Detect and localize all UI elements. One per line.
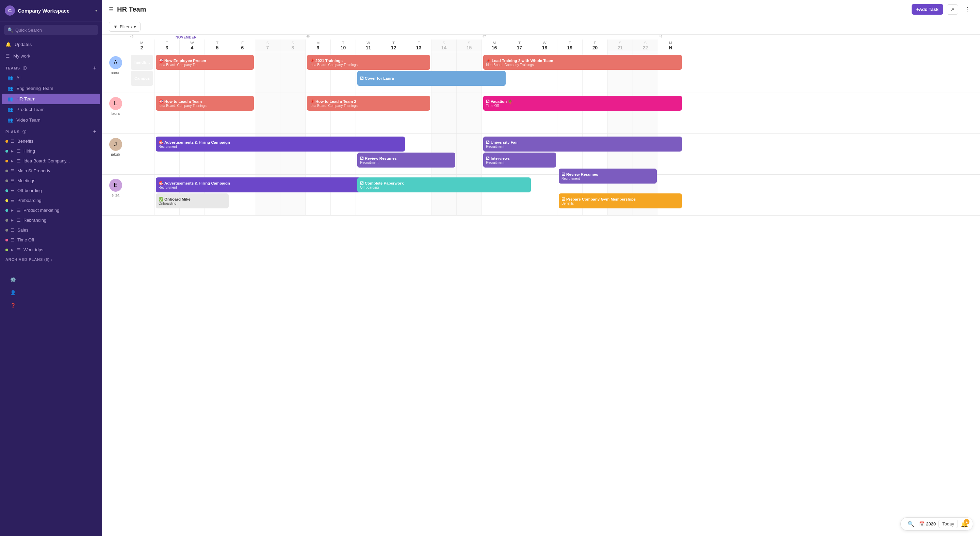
avatar-eliza: E: [109, 179, 122, 192]
sidebar-plan-benefits[interactable]: ☰Benefits: [0, 136, 102, 146]
sidebar-item-my-work[interactable]: ☰My work: [0, 50, 102, 62]
sidebar-plan-work-trips[interactable]: ▶☰Work trips: [0, 245, 102, 255]
workspace-title[interactable]: Company Workspace: [18, 8, 92, 14]
task-bar[interactable]: ☑University FairRecruitment: [483, 137, 682, 152]
sidebar-item-video[interactable]: 👥Video Team: [2, 115, 100, 125]
person-aaron: Aaaron: [102, 52, 129, 93]
more-options-button[interactable]: ⋮: [962, 5, 973, 14]
task-bar[interactable]: handbook: [130, 55, 153, 70]
task-bar[interactable]: 🎯How to Lead a TeamIdea Board: Company T…: [156, 96, 254, 111]
sidebar-plan-sales[interactable]: ☰Sales: [0, 225, 102, 235]
toolbar: ▼ Filters ▾: [102, 19, 980, 35]
filter-button[interactable]: ▼ Filters ▾: [109, 22, 140, 32]
task-bar[interactable]: ☑Prepare Company Gym MembershipsBenefits: [559, 193, 682, 208]
people-icon: 👤: [10, 290, 16, 295]
notification-button[interactable]: 🔔 1: [961, 520, 968, 528]
cal-day-3: T3: [154, 40, 180, 52]
search-input[interactable]: [15, 27, 95, 33]
sidebar-plan-time-off[interactable]: ☰Time Off: [0, 235, 102, 245]
sidebar-settings[interactable]: ⚙️: [5, 274, 97, 286]
help-icon: ❓: [10, 303, 16, 308]
plan-dot: [5, 249, 8, 251]
task-bar[interactable]: ☑Cover for Laura: [357, 71, 506, 86]
plans-info-icon[interactable]: ⓘ: [22, 130, 27, 134]
cal-day-2: 45M2: [129, 40, 154, 52]
hamburger-icon[interactable]: ☰: [109, 6, 114, 13]
task-bar[interactable]: ☑InterviewsRecruitment: [483, 153, 556, 168]
list-icon: ☰: [11, 179, 14, 183]
teams-section-header: TEAMS ⓘ +: [0, 62, 102, 73]
task-bar[interactable]: ✅Onboard MikeOnboarding: [156, 193, 229, 208]
today-button[interactable]: Today: [939, 520, 958, 528]
cal-day-7: S7: [255, 40, 280, 52]
filter-icon: ▼: [113, 24, 118, 29]
sidebar-help[interactable]: ❓: [5, 300, 97, 311]
team-icon: 👥: [8, 118, 13, 123]
task-bar[interactable]: 🎯Advertisements & Hiring CampaignRecruit…: [156, 137, 405, 152]
cal-day-17: T17: [507, 40, 532, 52]
task-bar[interactable]: Campus: [130, 71, 153, 86]
person-name-laura: laura: [111, 112, 119, 115]
calendar-area[interactable]: NOVEMBER45M2T3W4T5F6S7S846M9T10W11T12F13…: [102, 35, 980, 536]
task-bar[interactable]: ☑Complete PaperworkOff-boarding: [357, 177, 531, 192]
task-bar[interactable]: ☑Review ResumesRecruitment: [357, 153, 455, 168]
task-bar[interactable]: ☑Vacation 🌴Time Off: [483, 96, 682, 111]
updates-icon: 🔔: [5, 41, 11, 47]
plan-dot: [5, 189, 8, 192]
sidebar-people[interactable]: 👤: [5, 287, 97, 298]
plan-dot: [5, 219, 8, 222]
add-task-button[interactable]: +Add Task: [912, 4, 943, 14]
list-icon: ☰: [11, 139, 14, 144]
task-bar[interactable]: 🎯New Employee PresenIdea Board: Company …: [156, 55, 254, 70]
zoom-out-button[interactable]: 🔍: [905, 520, 916, 528]
team-icon: 👥: [8, 75, 13, 80]
task-bar[interactable]: 📌How to Lead a Team 2Idea Board: Company…: [307, 96, 430, 111]
expand-icon: ▶: [11, 208, 14, 212]
list-icon: ☰: [17, 247, 21, 252]
add-team-button[interactable]: +: [93, 65, 97, 71]
plan-dot: [5, 140, 8, 143]
sidebar-item-engineering[interactable]: 👥Engineering Team: [2, 83, 100, 94]
sidebar-plan-off-boarding[interactable]: ☰Off-boarding: [0, 186, 102, 195]
cal-row-eliza: Eeliza🎯Advertisements & Hiring CampaignR…: [102, 175, 980, 215]
cal-day-22: S22: [633, 40, 658, 52]
add-plan-button[interactable]: +: [93, 129, 97, 135]
team-icon: 👥: [8, 107, 13, 112]
cal-day-8: S8: [280, 40, 305, 52]
expand-icon: ▶: [11, 149, 14, 153]
filter-chevron-icon: ▾: [134, 24, 136, 29]
person-name-aaron: aaron: [111, 70, 120, 75]
plan-dot: [5, 169, 8, 172]
my-work-icon: ☰: [5, 53, 10, 59]
task-bar[interactable]: ☑Review ResumesRecruitment: [559, 169, 657, 183]
teams-info-icon[interactable]: ⓘ: [23, 66, 27, 70]
archived-plans[interactable]: ARCHIVED PLANS (6) ›: [0, 255, 102, 264]
workspace-chevron-icon[interactable]: ▾: [95, 8, 97, 13]
search-bar[interactable]: 🔍: [4, 25, 98, 35]
sidebar-item-product[interactable]: 👥Product Team: [2, 104, 100, 115]
sidebar-plan-meetings[interactable]: ☰Meetings: [0, 176, 102, 186]
sidebar-plan-product-marketing[interactable]: ▶☰Product marketing: [0, 205, 102, 215]
sidebar-plan-idea-board[interactable]: ▶☰Idea Board: Company...: [0, 156, 102, 166]
person-jakub: Jjakub: [102, 134, 129, 174]
sidebar-nav: 🔔Updates☰My work: [0, 38, 102, 62]
search-icon: 🔍: [8, 27, 13, 33]
calendar-header: NOVEMBER45M2T3W4T5F6S7S846M9T10W11T12F13…: [102, 35, 980, 52]
cal-day-9: 46M9: [305, 40, 331, 52]
sidebar-plan-hiring[interactable]: ▶☰Hiring: [0, 146, 102, 156]
share-button[interactable]: ↗: [947, 5, 958, 14]
sidebar-header: C Company Workspace ▾: [0, 0, 102, 21]
sidebar-item-hr[interactable]: 👥HR Team: [2, 94, 100, 104]
sidebar-plan-rebranding[interactable]: ▶☰Rebranding: [0, 215, 102, 225]
sidebar-plan-preboarding[interactable]: ☰Preboarding: [0, 195, 102, 205]
sidebar-item-updates[interactable]: 🔔Updates: [0, 38, 102, 50]
sidebar-plan-main-st[interactable]: ☰Main St Property: [0, 166, 102, 176]
sidebar-item-all[interactable]: 👥All: [2, 73, 100, 83]
plans-section-header: PLANS ⓘ +: [0, 125, 102, 136]
avatar-aaron: A: [109, 56, 122, 69]
calendar-grid: NOVEMBER45M2T3W4T5F6S7S846M9T10W11T12F13…: [102, 35, 980, 215]
plan-dot: [5, 239, 8, 241]
task-bar[interactable]: 📌2021 TrainingsIdea Board: Company Train…: [307, 55, 430, 70]
cal-row-aaron: Aaaron🎯New Employee PresenIdea Board: Co…: [102, 52, 980, 93]
task-bar[interactable]: 📌Lead Training 2 with Whole TeamIdea Boa…: [483, 55, 682, 70]
